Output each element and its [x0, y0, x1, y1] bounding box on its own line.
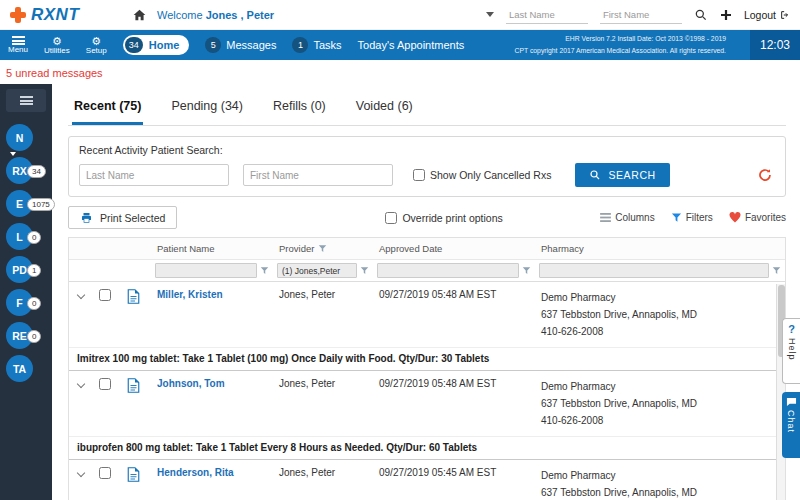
- refresh-button[interactable]: [757, 167, 773, 183]
- welcome-text: WelcomeJones , Peter: [157, 9, 274, 21]
- funnel-icon: [772, 266, 781, 275]
- patient-name-link[interactable]: Johnson, Tom: [157, 378, 225, 389]
- row-expand-chevron-icon[interactable]: [77, 380, 85, 388]
- patient-name-filter-input[interactable]: [155, 263, 257, 278]
- patient-name-link[interactable]: Miller, Kristen: [157, 289, 223, 300]
- prescription-document-icon[interactable]: [127, 384, 140, 395]
- tab-refills[interactable]: Refills (0): [271, 95, 328, 125]
- heart-icon: [729, 212, 741, 223]
- provider-cell: Jones, Peter: [273, 371, 373, 437]
- caret-down-icon: [10, 152, 16, 156]
- unread-messages-link[interactable]: 5 unread messages: [6, 67, 103, 79]
- sidebar-item-n[interactable]: N: [0, 124, 52, 157]
- tasks-count-badge: 1: [292, 37, 308, 53]
- tab-pending[interactable]: Pending (34): [169, 95, 245, 125]
- provider-cell: Jones, Peter: [273, 282, 373, 348]
- search-button[interactable]: SEARCH: [575, 163, 669, 187]
- col-approved-date[interactable]: Approved Date: [373, 238, 535, 260]
- rx-count-badge: 34: [27, 165, 46, 178]
- search-last-name-input[interactable]: [79, 164, 229, 186]
- patient-name-link[interactable]: Henderson, Rita: [157, 467, 234, 478]
- version-info: EHR Version 7.2 Install Date: Oct 2013 ©…: [515, 33, 734, 56]
- table-row: Henderson, Rita Jones, Peter 09/27/2019 …: [69, 460, 785, 500]
- row-expand-chevron-icon[interactable]: [77, 291, 85, 299]
- pharmacy-filter-input[interactable]: [539, 263, 769, 278]
- prescriptions-table: Patient Name Provider Approved Date Phar…: [68, 237, 786, 500]
- sidebar-item-pd[interactable]: PD 1: [0, 256, 52, 289]
- patient-first-name-input[interactable]: [600, 6, 682, 24]
- hamburger-icon: [20, 96, 33, 105]
- search-panel-title: Recent Activity Patient Search:: [79, 144, 775, 156]
- rx-tabs: Recent (75) Pending (34) Refills (0) Voi…: [68, 90, 786, 126]
- sidebar-item-l[interactable]: L 0: [0, 223, 52, 256]
- brand-name: RXNT: [31, 5, 79, 25]
- nav-appointments-tab[interactable]: Today's Appointments: [358, 39, 465, 51]
- provider-filter-input[interactable]: [277, 263, 357, 278]
- table-header-row: Patient Name Provider Approved Date Phar…: [69, 238, 785, 260]
- messages-count-badge: 5: [205, 37, 221, 53]
- filter-funnel-icon: [671, 212, 682, 223]
- table-filter-row: [69, 260, 785, 282]
- search-icon[interactable]: [694, 8, 708, 22]
- logout-icon: [780, 10, 790, 20]
- tab-recent[interactable]: Recent (75): [72, 95, 143, 125]
- sidebar-item-re[interactable]: RE 0: [0, 322, 52, 355]
- add-icon[interactable]: [720, 9, 732, 21]
- search-first-name-input[interactable]: [243, 164, 393, 186]
- filters-button[interactable]: Filters: [671, 212, 713, 223]
- setup-button[interactable]: ⚙ Setup: [86, 36, 107, 55]
- funnel-icon: [260, 266, 269, 275]
- chat-bubble-icon: [786, 397, 797, 407]
- nav-home-tab[interactable]: 34 Home: [123, 35, 190, 55]
- override-print-options-group: Override print options: [385, 212, 502, 224]
- col-provider[interactable]: Provider: [273, 238, 373, 260]
- patient-last-name-input[interactable]: [506, 6, 588, 24]
- prescription-summary-row: ibuprofen 800 mg tablet: Take 1 Tablet E…: [69, 437, 785, 460]
- sidebar-item-f[interactable]: F 0: [0, 289, 52, 322]
- help-tab[interactable]: ? Help: [782, 318, 800, 384]
- prescription-summary-row: Imitrex 100 mg tablet: Take 1 Tablet (10…: [69, 348, 785, 371]
- print-selected-button[interactable]: Print Selected: [68, 206, 177, 229]
- approved-date-filter-input[interactable]: [377, 263, 519, 278]
- menu-button[interactable]: Menu: [8, 36, 28, 54]
- search-icon: [589, 169, 601, 181]
- sidebar-item-rx[interactable]: RX 34: [0, 157, 52, 190]
- row-checkbox[interactable]: [99, 289, 111, 301]
- home-count-badge: 34: [125, 37, 143, 53]
- cancelled-rxs-checkbox[interactable]: [413, 169, 425, 181]
- question-mark-icon: ?: [788, 324, 795, 335]
- setup-gear-icon: ⚙: [91, 36, 101, 46]
- cancelled-rxs-checkbox-group: Show Only Cancelled Rxs: [413, 169, 551, 181]
- override-print-checkbox[interactable]: [385, 212, 397, 224]
- chat-tab[interactable]: Chat: [782, 392, 800, 458]
- columns-button[interactable]: Columns: [600, 212, 654, 223]
- sidebar-item-ta[interactable]: TA: [0, 355, 52, 388]
- tab-voided[interactable]: Voided (6): [354, 95, 415, 125]
- pharmacy-cell: Demo Pharmacy 637 Tebbston Drive, Annapo…: [535, 282, 785, 348]
- chevron-down-icon[interactable]: [486, 12, 494, 17]
- favorites-button[interactable]: Favorites: [729, 212, 786, 223]
- prescription-document-icon[interactable]: [127, 473, 140, 484]
- nav-tasks-tab[interactable]: 1 Tasks: [292, 37, 341, 53]
- sidebar-item-e[interactable]: E 1075: [0, 190, 52, 223]
- row-checkbox[interactable]: [99, 467, 111, 479]
- home-icon[interactable]: [132, 8, 147, 22]
- row-checkbox[interactable]: [99, 378, 111, 390]
- utilities-button[interactable]: ⚙ Utilities: [44, 36, 70, 55]
- col-pharmacy[interactable]: Pharmacy: [535, 238, 785, 260]
- logout-button[interactable]: Logout: [744, 9, 790, 21]
- approved-date-cell: 09/27/2019 05:48 AM EST: [373, 282, 535, 348]
- row-expand-chevron-icon[interactable]: [77, 469, 85, 477]
- approved-date-cell: 09/27/2019 05:45 AM EST: [373, 460, 535, 500]
- menu-icon: [12, 36, 25, 45]
- rxnt-logo: RXNT: [10, 5, 106, 25]
- prescription-document-icon[interactable]: [127, 295, 140, 306]
- main-nav-bar: Menu ⚙ Utilities ⚙ Setup 34 Home 5 Messa…: [0, 30, 800, 60]
- table-toolbar: Print Selected Override print options Co…: [68, 206, 786, 229]
- col-patient-name[interactable]: Patient Name: [151, 238, 273, 260]
- main-content: Recent (75) Pending (34) Refills (0) Voi…: [52, 84, 800, 500]
- nav-messages-tab[interactable]: 5 Messages: [205, 37, 276, 53]
- utilities-gear-icon: ⚙: [52, 36, 62, 46]
- pharmacy-cell: Demo Pharmacy 637 Tebbston Drive, Annapo…: [535, 371, 785, 437]
- sidebar-collapse-button[interactable]: [6, 89, 46, 112]
